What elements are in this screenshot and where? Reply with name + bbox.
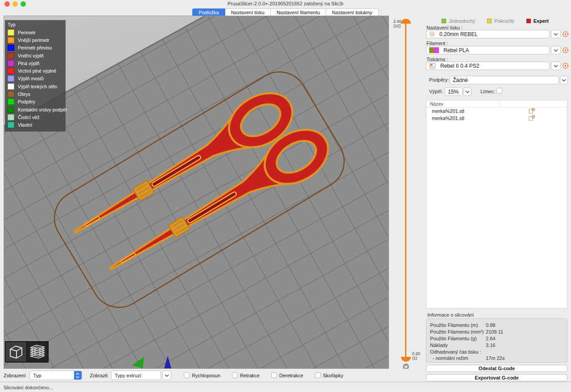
sliced-info-box: Použito Filamentu (m) 0.88 Použito Filam… bbox=[426, 318, 567, 363]
filament-label: Filament : bbox=[426, 41, 448, 46]
object-list-header[interactable]: Název bbox=[426, 100, 567, 107]
slider-top-value: 2.40 bbox=[393, 19, 401, 24]
layer-slider-top-handle[interactable] bbox=[401, 19, 411, 24]
layer-slider-track[interactable] bbox=[405, 21, 406, 359]
legend-item: Vnější perimetr bbox=[8, 36, 63, 44]
mode-advanced-icon bbox=[487, 19, 492, 23]
info-label: Použito Filamentu (mm³) bbox=[430, 329, 484, 334]
infill-dropdown-button[interactable] bbox=[463, 87, 472, 96]
travel-checkbox-row[interactable]: Rychloposun bbox=[184, 372, 220, 378]
send-gcode-button[interactable]: Odeslat G-code bbox=[426, 365, 567, 372]
legend-item: Vnitřní výplň bbox=[8, 52, 63, 59]
extrusion-type-legend: Typ Perimetr Vnější perimetr Perimetr př… bbox=[5, 20, 66, 132]
tab-print-settings[interactable]: Nastavení tisku bbox=[225, 8, 271, 16]
legend-swatch bbox=[8, 83, 14, 90]
legend-swatch bbox=[8, 53, 14, 59]
retractions-checkbox-row[interactable]: Retrakce bbox=[232, 372, 260, 378]
retractions-checkbox[interactable] bbox=[232, 372, 238, 378]
info-value: 2109.11 bbox=[486, 329, 503, 334]
layer-slider-strip: 2.40 (12) 0.20 (1) bbox=[389, 16, 424, 369]
estimated-time-label: Odhadovaný čas tisku : bbox=[430, 349, 481, 355]
tab-plater[interactable]: Podložka bbox=[192, 8, 225, 16]
legend-item: Plná výplň bbox=[8, 59, 63, 67]
printer-icon bbox=[429, 63, 436, 69]
print-preset-combo[interactable]: 0.20mm REBEL bbox=[426, 30, 550, 38]
brim-label: Límec: bbox=[480, 89, 495, 94]
main-tab-bar: Podložka Nastavení tisku Nastavení filam… bbox=[0, 8, 571, 16]
object-row[interactable]: merka%201.stl bbox=[426, 115, 567, 122]
legend-item: Vrchní plné výplně bbox=[8, 67, 63, 74]
mode-expert[interactable]: Expert bbox=[526, 18, 549, 24]
filament-preset-dropdown-button[interactable] bbox=[551, 46, 561, 54]
object-list: Název merka%201.stl merka%201.stl bbox=[426, 100, 567, 309]
view-layers-button[interactable] bbox=[27, 342, 48, 362]
export-gcode-button[interactable]: Exportovat G-code bbox=[426, 374, 567, 381]
object-settings-icon[interactable] bbox=[528, 115, 535, 121]
info-label: Použito Filamentu (g) bbox=[430, 336, 477, 341]
legend-item: Výplň mostů bbox=[8, 75, 63, 83]
slider-bottom-value: 0.20 bbox=[412, 351, 420, 356]
mode-advanced[interactable]: Pokročilý bbox=[487, 18, 514, 24]
legend-swatch bbox=[8, 114, 14, 120]
column-divider[interactable] bbox=[499, 101, 500, 106]
unretractions-checkbox-row[interactable]: Deretrakce bbox=[271, 372, 303, 378]
mode-expert-icon bbox=[526, 19, 531, 23]
printer-preset-dropdown-button[interactable] bbox=[551, 62, 561, 70]
right-sidebar: Jednoduchý Pokročilý Expert Nastavení ti… bbox=[424, 16, 571, 382]
print-preset-dropdown-button[interactable] bbox=[551, 30, 561, 38]
legend-swatch bbox=[8, 29, 14, 36]
slider-bottom-layer: (1) bbox=[412, 356, 417, 360]
info-value: 3.16 bbox=[486, 342, 495, 348]
tab-printer-settings[interactable]: Nastavení tiskárny bbox=[326, 8, 378, 16]
legend-title: Typ bbox=[8, 22, 63, 27]
travel-checkbox[interactable] bbox=[184, 372, 190, 378]
info-label: Náklady bbox=[430, 342, 448, 348]
legend-swatch bbox=[8, 122, 14, 128]
view-type-select[interactable]: Typ bbox=[29, 371, 82, 380]
object-row[interactable]: merka%201.stl bbox=[426, 107, 567, 115]
infill-combo[interactable]: 15% bbox=[445, 87, 463, 96]
legend-item: Perimetr bbox=[8, 29, 63, 36]
supports-combo[interactable]: Žádné bbox=[450, 76, 559, 84]
view-mode-switcher bbox=[5, 341, 49, 363]
legend-swatch bbox=[8, 75, 14, 82]
show-features-combo[interactable]: Typy extruzí bbox=[111, 371, 161, 380]
layer-slider-bottom-handle[interactable] bbox=[401, 357, 411, 362]
legend-swatch bbox=[8, 37, 14, 43]
legend-swatch bbox=[8, 91, 14, 97]
legend-item: Podpěry bbox=[8, 98, 63, 106]
legend-item: Vlastní bbox=[8, 121, 63, 129]
legend-item: Perimetr převisu bbox=[8, 44, 63, 52]
gcode-preview-viewport[interactable]: Typ Perimetr Vnější perimetr Perimetr př… bbox=[4, 16, 389, 369]
time-value: 17m 22s bbox=[486, 355, 505, 361]
supports-dropdown-button[interactable] bbox=[560, 76, 568, 84]
slider-top-layer: (12) bbox=[393, 24, 401, 28]
view-3d-button[interactable] bbox=[6, 342, 26, 362]
printer-preset-combo[interactable]: Rebel II 0.4 PS2 bbox=[426, 62, 550, 70]
title-bar: PrusaSlicer-2.0.0+-201905201652 založený… bbox=[0, 0, 571, 8]
printer-settings-gear-icon[interactable] bbox=[562, 62, 569, 69]
shells-checkbox-row[interactable]: Skořápky bbox=[315, 372, 343, 378]
filament-preset-combo[interactable]: Rebel PLA bbox=[426, 46, 550, 54]
info-value: 0.88 bbox=[486, 322, 495, 328]
shells-checkbox[interactable] bbox=[315, 372, 321, 378]
legend-swatch bbox=[8, 107, 14, 113]
legend-item: Kontaktní vrstvy podpěr bbox=[8, 106, 63, 113]
layers-stack-icon bbox=[29, 344, 46, 360]
sliced-info-title: Informace o slicování bbox=[427, 312, 474, 318]
filament-color-swatch bbox=[429, 47, 439, 53]
info-value: 2.64 bbox=[486, 336, 495, 341]
brim-checkbox[interactable] bbox=[497, 88, 502, 94]
show-features-dropdown-button[interactable] bbox=[162, 371, 171, 380]
unretractions-checkbox[interactable] bbox=[271, 372, 277, 378]
legend-item: Výplň tenkých stěn bbox=[8, 83, 63, 90]
mode-simple[interactable]: Jednoduchý bbox=[442, 18, 475, 24]
mode-selector: Jednoduchý Pokročilý Expert bbox=[442, 18, 549, 24]
select-stepper-icon bbox=[74, 371, 82, 380]
print-settings-gear-icon[interactable] bbox=[562, 31, 569, 37]
tab-filament-settings[interactable]: Nastavení filamentu bbox=[271, 8, 326, 16]
filament-settings-gear-icon[interactable] bbox=[562, 47, 569, 54]
cube-3d-icon bbox=[8, 344, 24, 360]
status-text: Slicování dokončeno... bbox=[4, 385, 53, 390]
object-settings-icon[interactable] bbox=[528, 108, 535, 114]
